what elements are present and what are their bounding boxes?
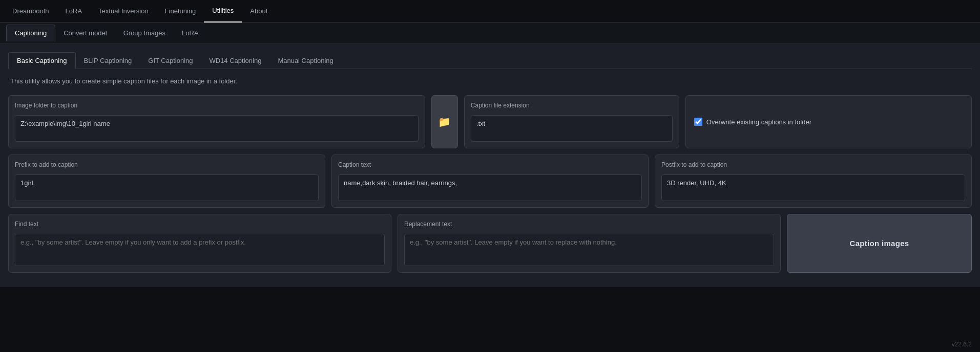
row-1: Image folder to caption 📁 Caption file e… xyxy=(8,95,972,148)
caption-text-label: Caption text xyxy=(338,161,642,168)
row-2: Prefix to add to caption Caption text Po… xyxy=(8,155,972,208)
overwrite-group: Overwrite existing captions in folder xyxy=(685,95,972,148)
sub-nav-convert-model[interactable]: Convert model xyxy=(55,25,115,41)
find-text-label: Find text xyxy=(15,221,385,228)
find-text-group: Find text xyxy=(8,214,391,273)
image-folder-input[interactable] xyxy=(15,115,419,142)
overwrite-label: Overwrite existing captions in folder xyxy=(706,118,811,126)
replacement-text-group: Replacement text xyxy=(398,214,781,273)
caption-images-button[interactable]: Caption images xyxy=(787,214,972,273)
nav-finetuning[interactable]: Finetuning xyxy=(157,0,204,23)
tab-basic-captioning[interactable]: Basic Captioning xyxy=(8,52,76,69)
replacement-text-input[interactable] xyxy=(404,234,774,266)
find-text-input[interactable] xyxy=(15,234,385,266)
postfix-input[interactable]: 3D render, <span class="underline">UHD</… xyxy=(661,174,965,201)
version-text: v22.6.2 xyxy=(952,341,972,348)
sub-nav: Captioning Convert model Group Images Lo… xyxy=(0,23,980,44)
nav-about[interactable]: About xyxy=(242,0,276,23)
folder-icon: 📁 xyxy=(438,116,451,128)
prefix-label: Prefix to add to caption xyxy=(15,161,319,168)
image-folder-label: Image folder to caption xyxy=(15,102,419,109)
caption-extension-group: Caption file extension xyxy=(464,95,679,148)
prefix-group: Prefix to add to caption xyxy=(8,155,325,208)
caption-extension-input[interactable] xyxy=(471,115,673,142)
sub-nav-lora[interactable]: LoRA xyxy=(174,25,207,41)
image-folder-group: Image folder to caption xyxy=(8,95,425,148)
main-content: Basic Captioning BLIP Captioning GIT Cap… xyxy=(0,44,980,287)
prefix-input[interactable] xyxy=(15,174,319,201)
nav-utilities[interactable]: Utilities xyxy=(204,0,242,23)
folder-browse-button[interactable]: 📁 xyxy=(431,95,458,148)
sub-nav-captioning[interactable]: Captioning xyxy=(6,25,55,41)
postfix-label: Postfix to add to caption xyxy=(661,161,965,168)
nav-lora[interactable]: LoRA xyxy=(57,0,91,23)
tab-blip-captioning[interactable]: BLIP Captioning xyxy=(76,53,140,69)
tab-git-captioning[interactable]: GIT Captioning xyxy=(140,53,201,69)
tab-manual-captioning[interactable]: Manual Captioning xyxy=(269,53,341,69)
row-3: Find text Replacement text Caption image… xyxy=(8,214,972,273)
caption-extension-label: Caption file extension xyxy=(471,102,673,109)
top-nav: Dreambooth LoRA Textual Inversion Finetu… xyxy=(0,0,980,23)
caption-images-container: Caption images xyxy=(787,214,972,273)
tab-bar: Basic Captioning BLIP Captioning GIT Cap… xyxy=(8,52,972,69)
tab-wd14-captioning[interactable]: WD14 Captioning xyxy=(201,53,269,69)
description-text: This utility allows you to create simple… xyxy=(8,77,972,85)
nav-textual-inversion[interactable]: Textual Inversion xyxy=(90,0,157,23)
postfix-group: Postfix to add to caption 3D render, <sp… xyxy=(655,155,972,208)
overwrite-checkbox[interactable] xyxy=(694,118,702,126)
replacement-text-label: Replacement text xyxy=(404,221,774,228)
sub-nav-group-images[interactable]: Group Images xyxy=(115,25,174,41)
caption-text-input[interactable] xyxy=(338,174,642,201)
nav-dreambooth[interactable]: Dreambooth xyxy=(4,0,57,23)
caption-text-group: Caption text xyxy=(331,155,649,208)
